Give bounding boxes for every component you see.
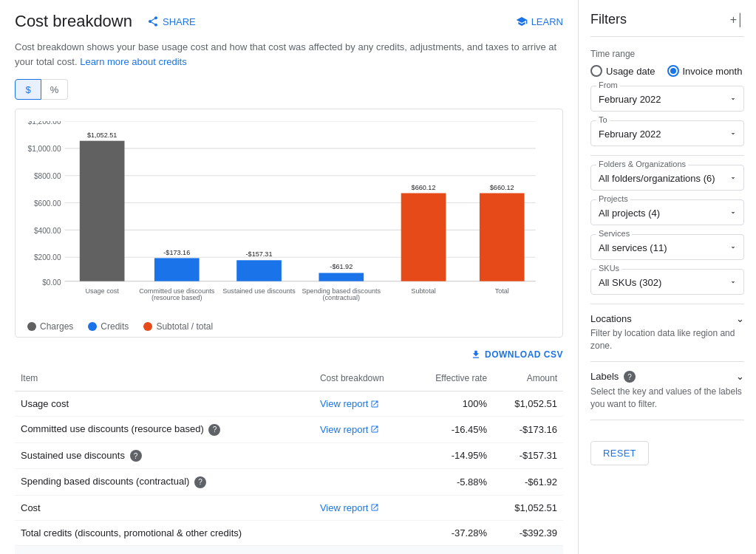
invoice-month-label: Invoice month [683, 66, 743, 77]
table-row: Committed use discounts (resource based)… [15, 417, 563, 443]
row-item: Spending based discounts (contractual) ? [15, 469, 314, 496]
divider [590, 36, 744, 37]
locations-desc: Filter by location data like region and … [590, 327, 744, 352]
invoice-month-radio[interactable]: Invoice month [667, 65, 743, 77]
bar-subtotal [401, 194, 446, 281]
row-amount: $1,052.51 [493, 391, 563, 417]
labels-section-header[interactable]: Labels ? ⌄ [590, 371, 744, 383]
view-report-link[interactable]: View report [320, 502, 380, 513]
row-item [15, 545, 314, 554]
share-icon [147, 16, 159, 27]
svg-text:Subtotal: Subtotal [411, 287, 435, 295]
row-rate: -37.28% [412, 520, 493, 545]
row-item: Usage cost [15, 391, 314, 417]
page-header: Cost breakdown SHARE LEARN [15, 12, 563, 31]
collapse-icon[interactable]: +│ [730, 13, 744, 27]
learn-label: LEARN [531, 16, 563, 27]
legend-charges-dot [27, 322, 36, 331]
learn-button[interactable]: LEARN [516, 16, 563, 27]
cost-chart: $1,200.00 $1,000.00 $800.00 $600.00 $400… [27, 121, 551, 313]
description: Cost breakdown shows your base usage cos… [15, 40, 563, 69]
view-report-link[interactable]: View report [320, 398, 380, 409]
sidebar-title-text: Filters [590, 12, 627, 27]
download-csv-button[interactable]: DOWNLOAD CSV [471, 349, 563, 360]
learn-icon [516, 16, 528, 27]
to-field-wrapper: To February 2022 [590, 120, 744, 146]
divider [590, 304, 744, 304]
dollar-toggle[interactable]: $ [15, 79, 41, 100]
svg-text:$1,000.00: $1,000.00 [28, 145, 61, 153]
share-label: SHARE [163, 16, 196, 27]
row-rate: -14.95% [412, 442, 493, 469]
time-range-radio-group: Usage date Invoice month [590, 65, 744, 77]
download-label: DOWNLOAD CSV [485, 349, 563, 360]
legend-credits-label: Credits [101, 321, 129, 332]
folders-select[interactable]: All folders/organizations (6) [590, 165, 744, 191]
legend-charges: Charges [27, 321, 73, 332]
row-breakdown [314, 442, 412, 469]
from-select[interactable]: February 2022 [590, 86, 744, 112]
svg-text:$1,052.51: $1,052.51 [87, 130, 117, 138]
reset-button[interactable]: RESET [590, 441, 649, 465]
svg-text:$0.00: $0.00 [42, 278, 61, 287]
to-label: To [596, 115, 610, 124]
from-label: From [596, 81, 620, 89]
table-row: Cost View report $1,052.51 [15, 495, 563, 520]
labels-desc: Select the key and values of the labels … [590, 386, 744, 411]
labels-label: Labels ? [590, 371, 636, 383]
filters-sidebar: Filters +│ Time range Usage date Invoice… [579, 0, 756, 554]
row-amount: -$157.31 [493, 442, 563, 469]
services-field-wrapper: Services All services (11) [590, 234, 744, 260]
col-amount: Amount [493, 366, 563, 391]
view-report-link[interactable]: View report [320, 424, 380, 435]
download-bar: DOWNLOAD CSV [15, 349, 563, 360]
row-amount: -$392.39 [493, 520, 563, 545]
skus-select[interactable]: All SKUs (302) [590, 269, 744, 295]
locations-section-header[interactable]: Locations ⌄ [590, 313, 744, 324]
folders-field-wrapper: Folders & Organizations All folders/orga… [590, 165, 744, 191]
col-rate: Effective rate [412, 366, 493, 391]
labels-label-text: Labels [590, 371, 619, 382]
table-row: Usage cost View report 100% $1,052.51 [15, 391, 563, 417]
table-header-row: Item Cost breakdown Effective rate Amoun… [15, 366, 563, 391]
share-button[interactable]: SHARE [147, 16, 196, 27]
svg-text:-$61.92: -$61.92 [330, 262, 353, 270]
external-link-icon [370, 400, 379, 408]
projects-select[interactable]: All projects (4) [590, 199, 744, 225]
table-row: Total credits (discounts, promotional & … [15, 520, 563, 545]
locations-collapse-icon: ⌄ [736, 313, 744, 324]
row-rate [412, 495, 493, 520]
help-icon[interactable]: ? [130, 450, 142, 462]
row-rate: -5.88% [412, 469, 493, 496]
table-row: Spending based discounts (contractual) ?… [15, 469, 563, 496]
learn-more-link[interactable]: Learn more about credits [80, 56, 187, 67]
to-select[interactable]: February 2022 [590, 120, 744, 146]
bar-total [480, 194, 525, 281]
divider [590, 361, 744, 362]
row-rate: 100% [412, 391, 493, 417]
percent-toggle[interactable]: % [41, 79, 68, 100]
external-link-icon [370, 425, 379, 434]
services-select[interactable]: All services (11) [590, 234, 744, 260]
row-amount: $660.12 [493, 545, 563, 554]
svg-text:(contractual): (contractual) [323, 293, 361, 301]
cost-table: Item Cost breakdown Effective rate Amoun… [15, 366, 563, 554]
usage-date-radio[interactable]: Usage date [590, 65, 655, 77]
folders-label: Folders & Organizations [596, 160, 688, 168]
usage-date-circle [590, 65, 602, 77]
labels-collapse-icon: ⌄ [736, 371, 744, 382]
help-icon[interactable]: ? [194, 476, 206, 488]
svg-text:$1,200.00: $1,200.00 [28, 121, 61, 126]
svg-text:$400.00: $400.00 [34, 226, 61, 234]
bar-usage-cost [80, 141, 125, 281]
projects-label: Projects [596, 194, 630, 203]
row-breakdown: View report [314, 391, 412, 417]
bar-spending [319, 273, 364, 281]
row-rate: -16.45% [412, 417, 493, 443]
help-icon[interactable]: ? [208, 424, 220, 436]
row-breakdown [314, 520, 412, 545]
labels-help-icon[interactable]: ? [624, 371, 636, 383]
sidebar-title: Filters +│ [590, 12, 744, 27]
legend-charges-label: Charges [40, 321, 73, 332]
divider [590, 155, 744, 156]
